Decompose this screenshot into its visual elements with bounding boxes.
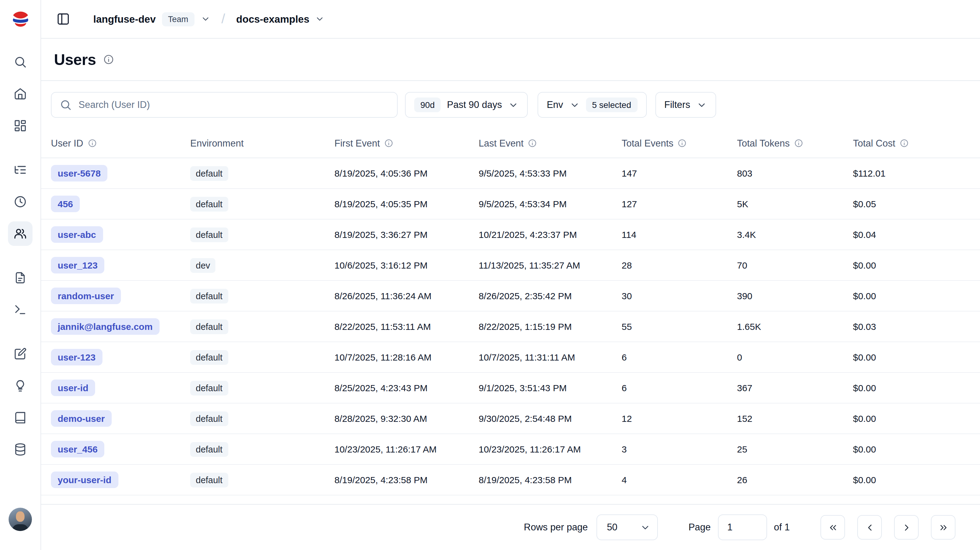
table-row[interactable]: random-user default 8/26/2025, 11:36:24 … [41,281,980,311]
total-events-cell: 127 [622,199,737,209]
total-cost-cell: $0.00 [853,383,980,393]
first-page-button[interactable] [821,515,845,540]
environment-badge: default [190,319,228,334]
sidebar-item-datasets[interactable] [8,437,32,462]
sidebar-item-annotation[interactable] [8,373,32,398]
time-range-button[interactable]: 90d Past 90 days [405,92,528,118]
sidebar-item-dashboards[interactable] [8,113,32,138]
column-header-total-tokens[interactable]: Total Tokens [737,138,853,149]
user-id-badge[interactable]: 456 [51,196,80,212]
next-page-button[interactable] [894,515,919,540]
chevron-down-icon [696,100,706,110]
sidebar-item-playground[interactable] [8,297,32,322]
table-row[interactable]: 456 default 8/19/2025, 4:05:35 PM 9/5/20… [41,189,980,220]
chevron-left-icon [864,522,875,533]
table-row[interactable]: demo-user default 8/28/2025, 9:32:30 AM … [41,403,980,434]
first-event-cell: 8/22/2025, 11:53:11 AM [334,321,479,332]
chevron-down-icon [640,522,651,533]
pager-buttons [821,515,955,540]
lightbulb-icon [13,379,27,392]
user-id-badge[interactable]: user_123 [51,257,104,273]
table-row[interactable]: user-abc default 8/19/2025, 3:36:27 PM 1… [41,220,980,250]
previous-page-button[interactable] [857,515,882,540]
first-event-cell: 10/6/2025, 3:16:12 PM [334,260,479,270]
user-id-badge[interactable]: random-user [51,288,121,304]
page-header: Users [41,39,980,81]
info-icon[interactable] [384,139,393,148]
user-avatar[interactable] [9,508,32,531]
sidebar-item-sessions[interactable] [8,189,32,214]
table-row[interactable]: your-user-id default 8/19/2025, 4:23:58 … [41,465,980,495]
info-icon[interactable] [103,54,114,65]
total-tokens-cell: 3.4K [737,229,853,240]
environment-cell: default [190,319,334,334]
info-icon[interactable] [794,139,803,148]
page-title: Users [54,51,96,68]
table-row[interactable]: user_456 default 10/23/2025, 11:26:17 AM… [41,434,980,465]
sidebar-item-tracing[interactable] [8,158,32,182]
user-id-badge[interactable]: your-user-id [51,472,118,488]
column-header-environment[interactable]: Environment [190,138,334,149]
project-name: docs-examples [236,13,309,25]
sidebar-item-home[interactable] [8,82,32,106]
sidebar-item-docs[interactable] [8,405,32,430]
search-input[interactable] [78,99,389,110]
info-icon[interactable] [528,139,537,148]
last-page-button[interactable] [931,515,955,540]
total-cost-cell: $0.00 [853,260,980,270]
user-id-badge[interactable]: user_456 [51,441,104,457]
info-icon[interactable] [678,139,687,148]
database-icon [13,443,27,456]
project-switcher[interactable]: docs-examples [236,13,325,25]
total-cost-cell: $0.00 [853,413,980,424]
user-id-badge[interactable]: user-abc [51,226,103,243]
table-row[interactable]: user-5678 default 8/19/2025, 4:05:36 PM … [41,158,980,189]
page-number-input[interactable] [718,514,767,540]
table-row[interactable]: user_123 dev 10/6/2025, 3:16:12 PM 11/13… [41,250,980,281]
first-event-cell: 10/7/2025, 11:28:16 AM [334,352,479,362]
sidebar-item-prompts[interactable] [8,265,32,290]
table-row[interactable]: jannik@langfuse.com default 8/22/2025, 1… [41,311,980,342]
column-header-last-event[interactable]: Last Event [479,138,622,149]
rows-per-page-select[interactable]: 50 [597,514,658,540]
sidebar-item-search[interactable] [8,50,32,74]
total-cost-cell: $0.03 [853,321,980,332]
info-icon[interactable] [900,139,909,148]
total-cost-cell: $0.00 [853,475,980,485]
page-count-label: of 1 [774,522,790,533]
environment-badge: default [190,166,228,181]
sidebar-item-users[interactable] [8,221,32,246]
breadcrumb-separator: / [221,11,225,27]
panel-left-icon [56,12,70,26]
chevron-down-icon [200,14,210,24]
avatar-face [16,511,25,522]
info-icon[interactable] [88,139,97,148]
user-id-badge[interactable]: jannik@langfuse.com [51,318,159,335]
org-switcher[interactable]: langfuse-dev Team [93,12,210,26]
column-header-total-events[interactable]: Total Events [622,138,737,149]
filters-button[interactable]: Filters [655,92,716,118]
user-id-badge[interactable]: user-123 [51,349,102,365]
main-area: langfuse-dev Team / docs-examples Users … [41,0,980,550]
user-id-badge[interactable]: user-5678 [51,165,107,181]
first-event-cell: 8/26/2025, 11:36:24 AM [334,291,479,301]
column-header-total-cost[interactable]: Total Cost [853,138,980,149]
sidebar-item-evaluation[interactable] [8,342,32,366]
search-box[interactable] [51,92,398,118]
sidebar-toggle-button[interactable] [56,12,70,26]
column-header-first-event[interactable]: First Event [334,138,479,149]
table-row[interactable]: user-id default 8/25/2025, 4:23:43 PM 9/… [41,373,980,403]
user-id-badge[interactable]: demo-user [51,410,111,427]
rows-per-page-value: 50 [607,522,618,533]
environment-filter-button[interactable]: Env 5 selected [538,92,646,118]
last-event-cell: 10/21/2025, 4:23:37 PM [479,229,622,240]
total-cost-cell: $0.00 [853,352,980,362]
env-label: Env [547,99,563,110]
user-id-badge[interactable]: user-id [51,380,95,396]
table-row[interactable]: user-123 default 10/7/2025, 11:28:16 AM … [41,342,980,373]
avatar-body [12,524,28,531]
chevron-down-icon [315,14,325,24]
total-events-cell: 6 [622,383,737,393]
column-header-user-id[interactable]: User ID [51,138,190,149]
env-selected-badge: 5 selected [586,97,637,112]
